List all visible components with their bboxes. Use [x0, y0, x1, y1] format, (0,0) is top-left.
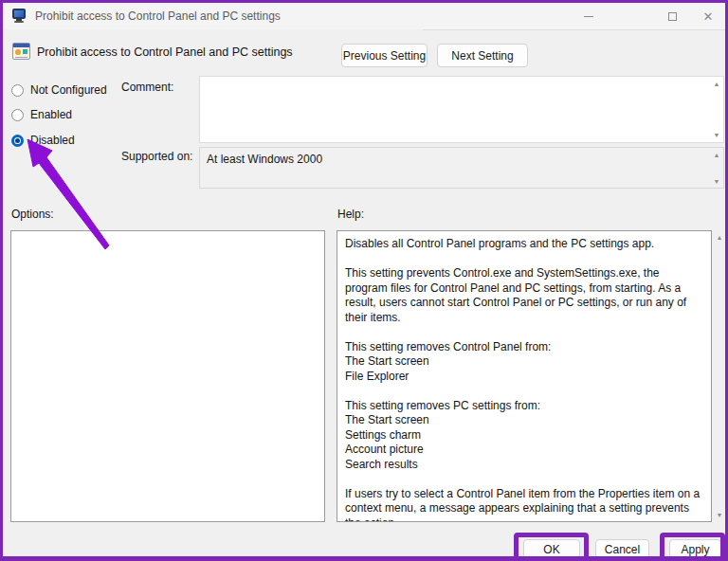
options-label: Options: — [11, 208, 54, 221]
previous-setting-button[interactable]: Previous Setting — [341, 44, 428, 67]
comment-label: Comment: — [121, 81, 173, 94]
radio-label: Not Configured — [30, 83, 107, 97]
help-label: Help: — [337, 208, 364, 221]
policy-setting-title: Prohibit access to Control Panel and PC … — [37, 45, 293, 59]
radio-circle-icon[interactable] — [11, 135, 24, 147]
help-text: Disables all Control Panel programs and … — [345, 237, 703, 522]
titlebar-divider — [423, 29, 725, 30]
radio-label: Disabled — [30, 134, 75, 147]
comment-input[interactable] — [199, 76, 724, 143]
help-panel: Disables all Control Panel programs and … — [337, 230, 712, 522]
title-bar: Prohibit access to Control Panel and PC … — [3, 3, 725, 29]
help-scrollbar[interactable]: ▲ ▼ — [714, 230, 726, 522]
minimize-icon — [584, 16, 593, 17]
supported-on-value: At least Windows 2000 — [199, 147, 724, 189]
options-panel — [10, 230, 325, 522]
maximize-icon — [668, 12, 677, 21]
supported-scroll-up-icon[interactable]: ▲ — [711, 152, 722, 158]
next-setting-button[interactable]: Next Setting — [437, 44, 528, 67]
comment-scroll-down-icon[interactable]: ▼ — [711, 132, 722, 138]
radio-label: Enabled — [30, 108, 72, 121]
radio-circle-icon[interactable] — [11, 84, 24, 97]
ok-button[interactable]: OK — [523, 539, 580, 559]
close-button[interactable]: ✕ — [689, 3, 727, 29]
maximize-button[interactable] — [653, 3, 691, 29]
radio-disabled[interactable]: Disabled — [11, 134, 75, 147]
dialog-window: Prohibit access to Control Panel and PC … — [0, 0, 728, 561]
window-app-icon — [12, 9, 27, 23]
window-title: Prohibit access to Control Panel and PC … — [35, 9, 281, 23]
supported-scroll-down-icon[interactable]: ▼ — [711, 178, 722, 185]
help-scroll-up-icon[interactable]: ▲ — [714, 234, 725, 241]
radio-enabled[interactable]: Enabled — [11, 108, 72, 121]
radio-circle-icon[interactable] — [11, 109, 24, 121]
cancel-button[interactable]: Cancel — [595, 539, 649, 559]
policy-setting-icon — [12, 43, 30, 60]
close-icon: ✕ — [703, 10, 714, 23]
supported-on-label: Supported on: — [121, 150, 192, 163]
help-scroll-down-icon[interactable]: ▼ — [714, 512, 725, 518]
apply-button[interactable]: Apply — [669, 539, 721, 559]
minimize-button[interactable] — [570, 3, 608, 29]
comment-scroll-up-icon[interactable]: ▲ — [711, 81, 722, 87]
radio-not-configured[interactable]: Not Configured — [11, 83, 107, 97]
